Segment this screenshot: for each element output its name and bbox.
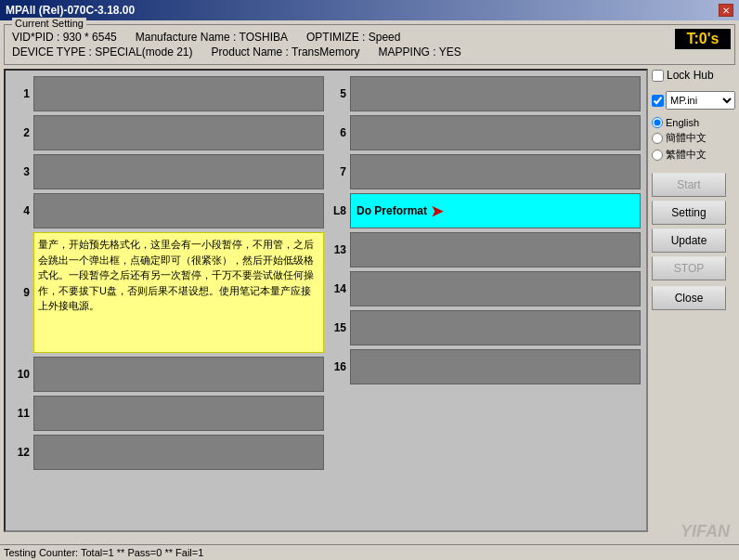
watermark: YIFAN xyxy=(681,522,730,541)
lock-hub-label: Lock Hub xyxy=(667,69,714,82)
radio-english[interactable] xyxy=(652,117,663,128)
ini-checkbox[interactable] xyxy=(652,95,664,107)
lock-hub-checkbox[interactable] xyxy=(652,70,664,82)
manufacture-name-label: Manufacture Name : TOSHIBA xyxy=(136,31,288,44)
slot-box-16[interactable] xyxy=(350,349,641,384)
slot-row-12: 12 xyxy=(11,435,324,470)
radio-simplified-label[interactable]: 簡體中文 xyxy=(652,131,735,145)
product-name-label: Product Name : TransMemory xyxy=(212,46,360,59)
arrow-right-icon: ➤ xyxy=(431,202,443,220)
close-window-button[interactable]: ✕ xyxy=(719,4,733,17)
ini-select[interactable]: MP.ini xyxy=(666,91,735,110)
slot-box-15[interactable] xyxy=(350,310,641,345)
slot-box-5[interactable] xyxy=(350,76,641,111)
slot-row-10: 10 xyxy=(11,357,324,392)
title-bar-text: MPAll (Rel)-070C-3.18.00 xyxy=(6,4,135,17)
slot-number-7: 7 xyxy=(328,165,346,178)
slot-box-2[interactable] xyxy=(33,115,324,150)
radio-traditional-text: 繁體中文 xyxy=(666,148,707,162)
ini-row: MP.ini xyxy=(652,91,735,110)
slot-row-15: 15 xyxy=(328,310,641,345)
lock-hub-row: Lock Hub xyxy=(652,69,735,82)
stop-button[interactable]: STOP xyxy=(652,256,726,280)
slot-box-9[interactable]: 量产，开始预先格式化，这里会有一小段暂停，不用管，之后会跳出一个弹出框，点确定即… xyxy=(33,232,324,353)
slot-number-11: 11 xyxy=(11,407,30,420)
status-text: Testing Counter: Total=1 ** Pass=0 ** Fa… xyxy=(4,547,203,558)
timer-display: T:0's xyxy=(675,29,731,49)
slot-row-11: 11 xyxy=(11,396,324,431)
mapping-label: MAPPING : YES xyxy=(379,46,461,59)
vid-pid-label: VID*PID : 930 * 6545 xyxy=(12,31,117,44)
slot-number-15: 15 xyxy=(328,321,346,334)
slot-row-4: 4 xyxy=(11,193,324,228)
slot-l8-content: Do Preformat xyxy=(357,204,427,217)
slot-row-3: 3 xyxy=(11,154,324,189)
slot-box-3[interactable] xyxy=(33,154,324,189)
update-button[interactable]: Update xyxy=(652,228,726,253)
slot-row-1: 1 xyxy=(11,76,324,111)
slot-row-14: 14 xyxy=(328,271,641,306)
slot-number-6: 6 xyxy=(328,126,346,139)
device-type-label: DEVICE TYPE : SPECIAL(mode 21) xyxy=(12,46,193,59)
slot-row-l8: L8 Do Preformat ➤ xyxy=(328,193,641,228)
close-button[interactable]: Close xyxy=(652,286,726,310)
radio-simplified[interactable] xyxy=(652,133,663,144)
slots-area: 1 2 3 4 xyxy=(4,69,648,532)
slot-box-10[interactable] xyxy=(33,357,324,392)
main-window: Current Setting T:0's VID*PID : 930 * 65… xyxy=(0,20,739,560)
slot-box-11[interactable] xyxy=(33,396,324,431)
radio-simplified-text: 簡體中文 xyxy=(666,131,707,145)
slot-row-2: 2 xyxy=(11,115,324,150)
slot-row-7: 7 xyxy=(328,154,641,189)
slot-box-l8[interactable]: Do Preformat ➤ xyxy=(350,193,641,228)
right-panel: Lock Hub MP.ini English 簡體中文 xyxy=(652,69,735,532)
slot-box-7[interactable] xyxy=(350,154,641,189)
title-bar: MPAll (Rel)-070C-3.18.00 ✕ xyxy=(0,0,739,20)
tooltip-text-9: 量产，开始预先格式化，这里会有一小段暂停，不用管，之后会跳出一个弹出框，点确定即… xyxy=(34,233,323,318)
slot-number-16: 16 xyxy=(328,360,346,373)
slot-row-13: 13 xyxy=(328,232,641,267)
slot-number-1: 1 xyxy=(11,87,30,100)
slot-row-9: 9 量产，开始预先格式化，这里会有一小段暂停，不用管，之后会跳出一个弹出框，点确… xyxy=(11,232,324,353)
slot-box-4[interactable] xyxy=(33,193,324,228)
slot-number-l8: L8 xyxy=(328,204,346,217)
optimize-label: OPTIMIZE : Speed xyxy=(306,31,400,44)
slot-number-12: 12 xyxy=(11,446,30,459)
slot-box-14[interactable] xyxy=(350,271,641,306)
language-radio-group: English 簡體中文 繁體中文 xyxy=(652,117,735,162)
slot-row-5: 5 xyxy=(328,76,641,111)
group-legend: Current Setting xyxy=(12,18,86,29)
slot-row-16: 16 xyxy=(328,349,641,384)
radio-traditional-label[interactable]: 繁體中文 xyxy=(652,148,735,162)
start-button[interactable]: Start xyxy=(652,173,726,197)
slot-number-9: 9 xyxy=(11,286,30,299)
slot-box-12[interactable] xyxy=(33,435,324,470)
current-setting-group: Current Setting T:0's VID*PID : 930 * 65… xyxy=(4,24,735,65)
setting-button[interactable]: Setting xyxy=(652,201,726,225)
slot-number-13: 13 xyxy=(328,243,346,256)
radio-english-text: English xyxy=(666,117,699,128)
slot-box-1[interactable] xyxy=(33,76,324,111)
slot-number-4: 4 xyxy=(11,204,30,217)
slot-number-2: 2 xyxy=(11,126,30,139)
status-bar: Testing Counter: Total=1 ** Pass=0 ** Fa… xyxy=(0,544,739,560)
slot-box-13[interactable] xyxy=(350,232,641,267)
radio-english-label[interactable]: English xyxy=(652,117,735,128)
slot-row-6: 6 xyxy=(328,115,641,150)
slot-number-14: 14 xyxy=(328,282,346,295)
radio-traditional[interactable] xyxy=(652,150,663,161)
slot-number-5: 5 xyxy=(328,87,346,100)
slot-number-3: 3 xyxy=(11,165,30,178)
slot-box-6[interactable] xyxy=(350,115,641,150)
slot-number-10: 10 xyxy=(11,368,30,381)
